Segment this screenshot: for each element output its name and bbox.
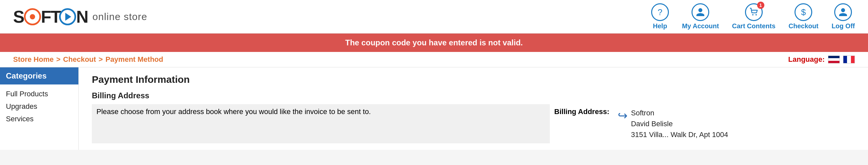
logo-area: S FT N online store — [13, 7, 147, 27]
language-selector[interactable]: Language: — [788, 55, 855, 64]
help-label: Help — [653, 22, 667, 30]
page-title: Payment Information — [92, 74, 855, 85]
alert-bar: The coupon code you have entered is not … — [0, 33, 868, 52]
breadcrumb-sep-2: > — [99, 55, 103, 64]
address-line-1: Softron — [631, 108, 728, 118]
cart-contents-label: Cart Contents — [732, 22, 775, 30]
alert-message: The coupon code you have entered is not … — [345, 38, 523, 47]
logo-ft: FT — [41, 7, 61, 27]
my-account-label: My Account — [682, 22, 719, 30]
billing-address-row: Billing Address: ↪ Softron David Belisle… — [554, 108, 850, 140]
billing-description-cell: Please choose from your address book whe… — [92, 104, 550, 143]
flag-english[interactable] — [828, 56, 840, 63]
help-nav-item[interactable]: ? Help — [651, 3, 669, 30]
breadcrumb-store-home[interactable]: Store Home — [13, 55, 54, 64]
svg-point-0 — [752, 14, 753, 16]
my-account-nav-item[interactable]: My Account — [682, 3, 719, 30]
address-line-3: 3151 Villa... Walk Dr, Apt 1004 — [631, 129, 728, 140]
logoff-nav-item[interactable]: Log Off — [832, 3, 855, 30]
breadcrumb-sep-1: > — [56, 55, 60, 64]
language-label: Language: — [788, 55, 825, 64]
cart-badge: 1 — [757, 2, 764, 9]
logo-s: S — [13, 7, 24, 27]
cart-contents-nav-item[interactable]: 1 Cart Contents — [732, 3, 775, 30]
header: S FT N online store ? Help My Account 1 — [0, 0, 868, 33]
sidebar-item-full-products[interactable]: Full Products — [0, 88, 79, 100]
flag-fr-white-stripe — [847, 56, 850, 63]
billing-section-title: Billing Address — [92, 91, 855, 100]
top-nav-icons: ? Help My Account 1 Cart Contents — [651, 3, 855, 30]
billing-description: Please choose from your address book whe… — [96, 108, 371, 116]
billing-row: Please choose from your address book whe… — [92, 104, 855, 143]
address-detail: Softron David Belisle 3151 Villa... Walk… — [631, 108, 728, 140]
checkout-label: Checkout — [788, 22, 818, 30]
logo: S FT N online store — [13, 7, 147, 27]
my-account-icon — [691, 3, 709, 21]
checkout-nav-item[interactable]: $ Checkout — [788, 3, 818, 30]
logoff-icon — [834, 3, 852, 21]
logo-n: N — [76, 7, 88, 27]
sidebar: Categories Full Products Upgrades Servic… — [0, 67, 79, 150]
svg-point-1 — [755, 14, 757, 16]
breadcrumb-current: Payment Method — [105, 55, 163, 64]
flag-fr-blue-stripe — [843, 56, 847, 63]
billing-address-content: ↪ Softron David Belisle 3151 Villa... Wa… — [618, 108, 728, 140]
billing-address-label: Billing Address: — [554, 108, 613, 116]
sidebar-item-services[interactable]: Services — [0, 113, 79, 125]
logo-r-play-circle — [59, 8, 76, 25]
sidebar-nav: Full Products Upgrades Services — [0, 84, 79, 129]
checkout-icon: $ — [795, 3, 812, 21]
breadcrumb-checkout[interactable]: Checkout — [63, 55, 96, 64]
logoff-label: Log Off — [832, 22, 855, 30]
address-line-2: David Belisle — [631, 118, 728, 129]
logo-o-circle — [24, 8, 41, 25]
billing-address-cell: Billing Address: ↪ Softron David Belisle… — [550, 104, 855, 143]
main-layout: Categories Full Products Upgrades Servic… — [0, 67, 868, 150]
flag-fr-red-stripe — [851, 56, 855, 63]
arrow-icon: ↪ — [618, 109, 627, 122]
sidebar-header: Categories — [0, 67, 79, 84]
logo-subtitle: online store — [93, 11, 147, 22]
sidebar-item-upgrades[interactable]: Upgrades — [0, 100, 79, 113]
content-area: Payment Information Billing Address Plea… — [79, 67, 868, 150]
help-icon: ? — [651, 3, 669, 21]
flag-french[interactable] — [843, 56, 855, 63]
billing-table: Please choose from your address book whe… — [92, 104, 855, 143]
cart-icon: 1 — [745, 3, 763, 21]
breadcrumb-bar: Store Home > Checkout > Payment Method L… — [0, 52, 868, 67]
breadcrumb: Store Home > Checkout > Payment Method — [13, 55, 163, 64]
